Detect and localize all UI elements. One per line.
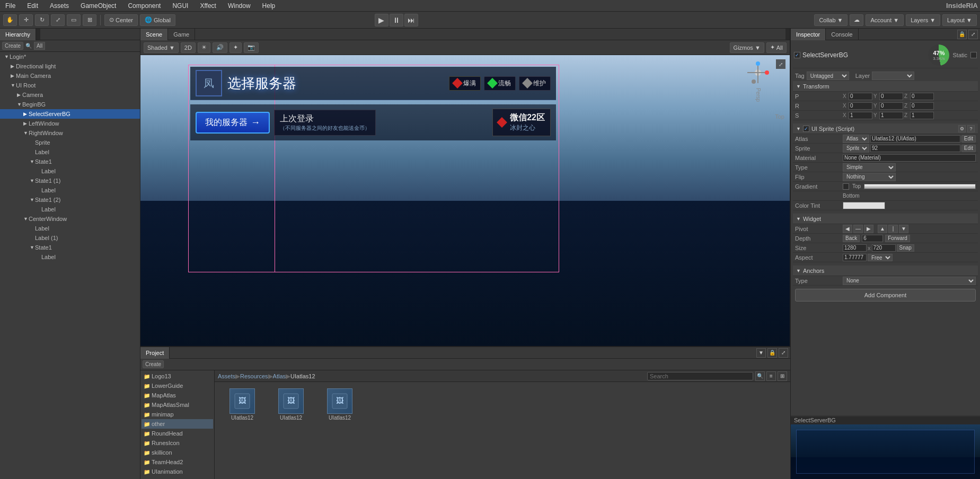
tool-custom[interactable]: ⊞ xyxy=(83,14,96,26)
pos-x-input[interactable] xyxy=(849,93,872,100)
tool-scale[interactable]: ⤢ xyxy=(51,14,65,26)
tab-project[interactable]: Project xyxy=(140,347,170,359)
sprite-type-select[interactable]: Sprite xyxy=(843,144,869,153)
aspect-input[interactable] xyxy=(843,254,867,261)
hierarchy-item[interactable]: ▼State1 (1) xyxy=(0,176,140,185)
tab-console[interactable]: Console xyxy=(826,29,858,40)
project-search-input[interactable] xyxy=(647,372,753,380)
layout-button[interactable]: Layout ▼ xyxy=(942,14,977,26)
breadcrumb-uiatlas12[interactable]: UIatlas12 xyxy=(290,373,315,379)
pivot-right-btn[interactable]: ▶ xyxy=(864,225,873,233)
type-dropdown[interactable]: Simple xyxy=(843,163,896,172)
project-tree-item[interactable]: 📁TeamHead2 xyxy=(142,457,213,467)
hierarchy-item[interactable]: Label (1) xyxy=(0,233,140,243)
pos-y-input[interactable] xyxy=(879,93,903,100)
hierarchy-item[interactable]: ▶Main Camera xyxy=(0,71,140,81)
sprite-value-input[interactable] xyxy=(870,145,960,152)
tag-dropdown[interactable]: Untagged xyxy=(807,72,849,80)
hierarchy-item[interactable]: ▼RightWindow xyxy=(0,128,140,138)
pause-button[interactable]: ⏸ xyxy=(390,14,403,26)
size-w-input[interactable] xyxy=(843,244,867,252)
tab-scene[interactable]: Scene xyxy=(140,29,168,40)
project-file-item[interactable]: 🖼 UIatlas12 xyxy=(319,388,361,421)
menu-xffect[interactable]: Xffect xyxy=(197,1,219,11)
hierarchy-item[interactable]: ▼CenterWindow xyxy=(0,214,140,224)
project-tree-item[interactable]: 📁other xyxy=(142,419,213,429)
hierarchy-item[interactable]: ▼UI Root xyxy=(0,81,140,90)
hierarchy-item[interactable]: ▼State1 xyxy=(0,157,140,166)
gradient-checkbox[interactable] xyxy=(843,183,849,190)
audio-btn[interactable]: 🔊 xyxy=(213,42,227,53)
hierarchy-item[interactable]: ▼State1 xyxy=(0,243,140,252)
project-tree-item[interactable]: 📁Logo13 xyxy=(142,371,213,381)
cloud-button[interactable]: ☁ xyxy=(850,14,863,26)
widget-header[interactable]: ▼ Widget xyxy=(793,214,978,224)
aspect-dropdown[interactable]: Free xyxy=(868,254,893,261)
hierarchy-item[interactable]: Label xyxy=(0,224,140,233)
depth-input[interactable] xyxy=(862,235,883,242)
scale-y-input[interactable] xyxy=(879,112,903,119)
rot-y-input[interactable] xyxy=(879,102,903,110)
object-enabled-checkbox[interactable] xyxy=(794,52,800,58)
add-component-button[interactable]: Add Component xyxy=(795,289,976,301)
project-lock-btn[interactable]: 🔒 xyxy=(767,348,777,358)
menu-help[interactable]: Help xyxy=(259,1,279,11)
list-view-btn[interactable]: ≡ xyxy=(766,371,776,381)
project-tree-item[interactable]: 📁LowerGuide xyxy=(142,381,213,391)
project-create-btn[interactable]: Create xyxy=(143,360,164,368)
atlas-value-input[interactable] xyxy=(870,135,960,143)
project-tree-item[interactable]: 📁UIanimation xyxy=(142,467,213,476)
project-file-item[interactable]: 🖼 UIatlas12 xyxy=(270,388,312,421)
size-h-input[interactable] xyxy=(872,244,896,252)
project-tree-item[interactable]: 📁MapAtlasSmal xyxy=(142,400,213,410)
project-tree-item[interactable]: 📁minimap xyxy=(142,410,213,419)
inspector-maximize-btn[interactable]: ⤢ xyxy=(968,30,978,39)
sprite-help-btn[interactable]: ? xyxy=(967,125,975,132)
ui-sprite-header[interactable]: ▼ UI Sprite (Script) ⚙ ? xyxy=(793,123,978,134)
tab-inspector[interactable]: Inspector xyxy=(791,29,826,40)
hierarchy-item[interactable]: Label xyxy=(0,185,140,195)
menu-edit[interactable]: Edit xyxy=(24,1,41,11)
breadcrumb-atlas[interactable]: Atlas xyxy=(273,373,286,379)
scale-z-input[interactable] xyxy=(910,112,934,119)
hierarchy-item[interactable]: Label xyxy=(0,166,140,176)
material-input[interactable] xyxy=(843,154,976,162)
icon-view-btn[interactable]: ⊞ xyxy=(778,371,787,381)
2d-toggle[interactable]: 2D xyxy=(181,42,196,53)
tool-rotate[interactable]: ↻ xyxy=(35,14,49,26)
static-checkbox[interactable] xyxy=(970,52,977,58)
layer-filter[interactable]: ✦ All xyxy=(766,42,787,53)
hierarchy-item[interactable]: Label xyxy=(0,252,140,262)
hierarchy-item[interactable]: Label xyxy=(0,147,140,157)
pivot-top-btn[interactable]: ▲ xyxy=(878,225,887,233)
hierarchy-item[interactable]: ▶Directional light xyxy=(0,61,140,71)
menu-ngui[interactable]: NGUI xyxy=(169,1,191,11)
sprite-enabled[interactable] xyxy=(803,126,809,132)
tab-hierarchy[interactable]: Hierarchy xyxy=(0,29,36,40)
hierarchy-create-btn[interactable]: Create xyxy=(2,42,23,50)
pos-z-input[interactable] xyxy=(910,93,934,100)
gizmos-toggle[interactable]: Gizmos ▼ xyxy=(730,42,764,53)
hierarchy-resize-handle[interactable] xyxy=(36,29,40,40)
pivot-left-btn[interactable]: ◀ xyxy=(843,225,852,233)
layers-button[interactable]: Layers ▼ xyxy=(906,14,940,26)
sprite-edit-btn[interactable]: Edit xyxy=(961,145,976,152)
anchors-header[interactable]: ▼ Anchors xyxy=(793,265,978,276)
menu-component[interactable]: Component xyxy=(125,1,164,11)
tool-rect[interactable]: ▭ xyxy=(67,14,81,26)
pivot-center-v-btn[interactable]: | xyxy=(888,225,898,233)
sprite-settings-btn[interactable]: ⚙ xyxy=(958,125,966,132)
breadcrumb-assets[interactable]: Assets xyxy=(218,373,235,379)
collab-button[interactable]: Collab ▼ xyxy=(814,14,847,26)
hierarchy-item[interactable]: ▶LeftWindow xyxy=(0,119,140,128)
rot-z-input[interactable] xyxy=(910,102,934,110)
transform-header[interactable]: ▼ Transform xyxy=(793,81,978,92)
tool-hand[interactable]: ✋ xyxy=(3,14,17,26)
hierarchy-item[interactable]: ▼Login* xyxy=(0,52,140,61)
step-button[interactable]: ⏭ xyxy=(404,14,418,26)
scale-x-input[interactable] xyxy=(849,112,872,119)
maximize-btn[interactable]: ⤢ xyxy=(776,59,785,69)
hierarchy-item[interactable]: ▼BeginBG xyxy=(0,100,140,109)
lighting-btn[interactable]: ☀ xyxy=(198,42,210,53)
inspector-lock-btn[interactable]: 🔒 xyxy=(957,30,967,39)
